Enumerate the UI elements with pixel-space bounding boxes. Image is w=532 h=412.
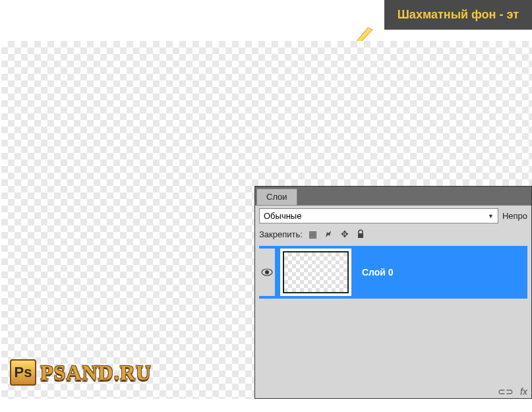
fx-icon[interactable]: fx bbox=[520, 386, 527, 397]
watermark-text: PSAND.RU bbox=[40, 361, 152, 385]
layers-list: Слой 0 bbox=[255, 242, 531, 303]
layers-panel: Слои Обычные Непро Закрепить: ▦ ✥ bbox=[254, 186, 532, 399]
lock-label: Закрепить: bbox=[259, 229, 303, 239]
panel-tab-bar: Слои bbox=[255, 187, 531, 205]
lock-all-icon[interactable] bbox=[355, 229, 366, 239]
eye-icon bbox=[261, 268, 273, 276]
panel-footer: ⊂⊃ fx bbox=[498, 386, 527, 397]
annotation-tooltip: Шахматный фон - эт bbox=[384, 0, 532, 30]
watermark-logo: Ps PSAND.RU bbox=[10, 359, 152, 386]
svg-rect-0 bbox=[358, 233, 363, 238]
svg-point-2 bbox=[265, 270, 269, 274]
ps-icon: Ps bbox=[10, 359, 36, 386]
link-layers-icon[interactable]: ⊂⊃ bbox=[498, 386, 514, 397]
layer-row[interactable]: Слой 0 bbox=[259, 246, 527, 299]
tab-layers[interactable]: Слои bbox=[256, 189, 297, 205]
blend-mode-select[interactable]: Обычные bbox=[259, 208, 498, 223]
layer-thumbnail-box[interactable] bbox=[280, 249, 351, 296]
lock-pixels-icon[interactable] bbox=[324, 229, 334, 239]
panel-body: Обычные Непро Закрепить: ▦ ✥ Слой 0 bbox=[255, 205, 531, 398]
lock-position-icon[interactable]: ✥ bbox=[340, 229, 350, 239]
visibility-toggle[interactable] bbox=[259, 249, 275, 296]
lock-transparency-icon[interactable]: ▦ bbox=[308, 229, 318, 239]
opacity-label: Непро bbox=[502, 211, 527, 221]
lock-row: Закрепить: ▦ ✥ bbox=[255, 226, 531, 242]
layer-thumbnail bbox=[283, 251, 349, 293]
layer-name[interactable]: Слой 0 bbox=[362, 267, 394, 278]
